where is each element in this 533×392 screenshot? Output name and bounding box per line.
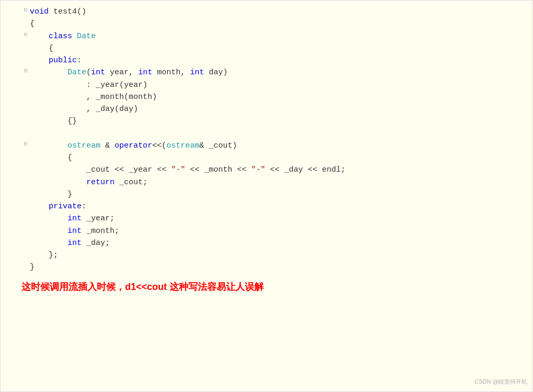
line-content-4: { bbox=[30, 42, 522, 54]
line-content-20: int _day; bbox=[30, 237, 522, 249]
code-line-21: }; bbox=[21, 249, 522, 261]
line-content-6: Date(int year, int month, int day) bbox=[30, 66, 522, 79]
code-line-10: {} bbox=[21, 115, 522, 127]
fold-marker-1[interactable]: ⊟ bbox=[21, 6, 30, 15]
line-content-14: _cout << _year << "-" << _month << "-" <… bbox=[30, 164, 522, 176]
line-content-3: class Date bbox=[30, 30, 522, 42]
code-line-6: ⊟ Date(int year, int month, int day) bbox=[21, 66, 522, 79]
code-line-18: int _year; bbox=[21, 212, 522, 225]
line-content-17: private: bbox=[30, 200, 522, 212]
line-content-2: { bbox=[30, 18, 522, 30]
line-content-11 bbox=[30, 128, 522, 140]
line-content-9: , _day(day) bbox=[30, 103, 522, 115]
code-line-3: ⊟ class Date bbox=[21, 30, 522, 42]
line-content-16: } bbox=[30, 188, 522, 200]
line-content-8: , _month(month) bbox=[30, 91, 522, 103]
code-block: ⊟ void test4() { ⊟ class Date { public: … bbox=[1, 6, 532, 274]
line-content-15: return _cout; bbox=[30, 176, 522, 188]
line-content-1: void test4() bbox=[30, 6, 522, 18]
code-line-22: } bbox=[21, 261, 522, 273]
fold-marker-3[interactable]: ⊟ bbox=[21, 30, 30, 39]
comment-text: 这时候调用流插入时候，d1<<cout 这种写法容易让人误解 bbox=[1, 274, 532, 299]
code-line-12: ⊟ ostream & operator<<(ostream& _cout) bbox=[21, 140, 522, 152]
code-line-7: : _year(year) bbox=[21, 79, 522, 91]
code-line-8: , _month(month) bbox=[21, 91, 522, 103]
code-line-13: { bbox=[21, 152, 522, 164]
watermark: CSDN @睦觉待开机 bbox=[475, 377, 527, 386]
line-content-7: : _year(year) bbox=[30, 79, 522, 91]
code-container: ⊟ void test4() { ⊟ class Date { public: … bbox=[0, 0, 533, 392]
line-content-21: }; bbox=[30, 249, 522, 261]
code-line-2: { bbox=[21, 18, 522, 30]
line-content-10: {} bbox=[30, 115, 522, 127]
fold-marker-12[interactable]: ⊟ bbox=[21, 140, 30, 149]
code-line-14: _cout << _year << "-" << _month << "-" <… bbox=[21, 164, 522, 176]
code-line-4: { bbox=[21, 42, 522, 54]
line-content-12: ostream & operator<<(ostream& _cout) bbox=[30, 140, 522, 152]
code-line-15: return _cout; bbox=[21, 176, 522, 188]
code-line-19: int _month; bbox=[21, 225, 522, 237]
code-line-20: int _day; bbox=[21, 237, 522, 249]
code-line-1: ⊟ void test4() bbox=[21, 6, 522, 18]
code-line-16: } bbox=[21, 188, 522, 200]
code-line-11 bbox=[21, 128, 522, 140]
code-line-9: , _day(day) bbox=[21, 103, 522, 115]
line-content-19: int _month; bbox=[30, 225, 522, 237]
line-content-22: } bbox=[30, 261, 522, 273]
fold-marker-6[interactable]: ⊟ bbox=[21, 66, 30, 75]
code-line-17: private: bbox=[21, 200, 522, 212]
line-content-5: public: bbox=[30, 54, 522, 66]
line-content-18: int _year; bbox=[30, 212, 522, 225]
line-content-13: { bbox=[30, 152, 522, 164]
code-line-5: public: bbox=[21, 54, 522, 66]
